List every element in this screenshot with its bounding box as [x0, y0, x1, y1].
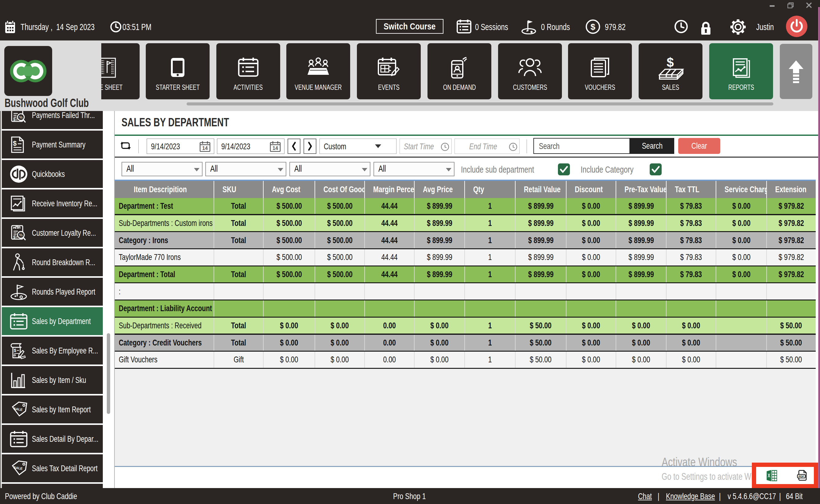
svg-text:%: %	[19, 115, 23, 120]
svg-text:SALE: SALE	[13, 465, 23, 470]
svg-text:PDF: PDF	[799, 475, 804, 478]
svg-text:14: 14	[202, 146, 208, 151]
svg-text:%: %	[19, 233, 23, 237]
svg-text:$: $	[590, 22, 595, 32]
svg-text:$: $	[667, 57, 674, 70]
svg-text:$: $	[14, 348, 16, 353]
svg-text:X: X	[768, 473, 770, 479]
svg-text:14: 14	[273, 146, 278, 151]
svg-text:$: $	[13, 139, 17, 147]
svg-text:SALE: SALE	[13, 407, 23, 411]
